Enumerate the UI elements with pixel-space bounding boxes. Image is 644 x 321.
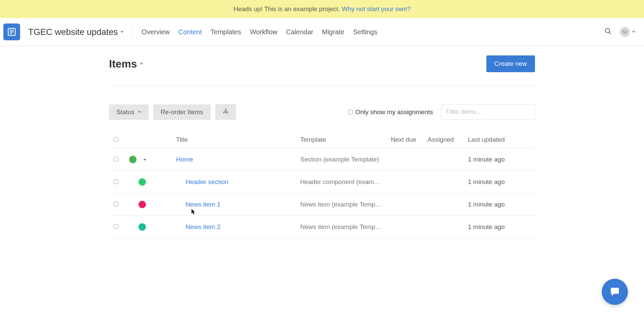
sitemap-icon <box>223 108 229 116</box>
col-next-due: Next due <box>391 136 428 143</box>
chevron-down-icon <box>140 63 143 65</box>
user-menu[interactable]: SJ <box>620 27 635 37</box>
nav-content[interactable]: Content <box>178 28 202 36</box>
row-checkbox[interactable] <box>114 157 118 162</box>
item-template: Header component (exam… <box>300 178 391 186</box>
item-link[interactable]: Header section <box>185 178 228 185</box>
col-template: Template <box>300 136 391 143</box>
item-last-updated: 1 minute ago <box>468 223 535 231</box>
topbar-right: SJ <box>604 27 641 37</box>
svg-point-4 <box>605 29 610 33</box>
items-table: Title Template Next due Assigned Last up… <box>109 131 535 238</box>
search-icon[interactable] <box>604 28 612 36</box>
status-dot <box>129 156 137 163</box>
status-filter-button[interactable]: Status <box>109 104 149 120</box>
table-row: Header section Header component (exam… 1… <box>109 171 535 193</box>
status-dot <box>139 178 146 186</box>
toolbar: Status Re-order Items Only show my assig… <box>109 104 535 120</box>
table-row: News item 1 News item (example Temp… 1 m… <box>109 193 535 216</box>
nav-settings[interactable]: Settings <box>353 28 377 36</box>
topbar: TGEC website updates Overview Content Te… <box>0 18 644 46</box>
select-all-checkbox[interactable] <box>114 137 118 142</box>
item-template: News item (example Temp… <box>300 201 391 208</box>
row-checkbox[interactable] <box>114 179 118 184</box>
row-checkbox[interactable] <box>114 202 118 207</box>
create-new-button[interactable]: Create new <box>486 55 535 72</box>
col-last-updated: Last updated <box>468 136 535 143</box>
table-header: Title Template Next due Assigned Last up… <box>109 131 535 148</box>
banner-link[interactable]: Why not start your own? <box>342 5 411 12</box>
reorder-items-button[interactable]: Re-order Items <box>153 104 211 120</box>
col-title: Title <box>176 136 300 143</box>
svg-rect-7 <box>223 112 224 113</box>
table-row: News item 2 News item (example Temp… 1 m… <box>109 216 535 238</box>
status-dot <box>139 201 146 208</box>
svg-line-5 <box>609 32 611 34</box>
svg-rect-6 <box>225 109 226 110</box>
status-dot <box>139 223 146 231</box>
banner-text: Heads up! This is an example project. <box>233 5 342 12</box>
filter-items-input[interactable] <box>441 104 535 120</box>
nav-templates[interactable]: Templates <box>211 28 241 36</box>
nav-overview[interactable]: Overview <box>142 28 169 36</box>
example-project-banner: Heads up! This is an example project. Wh… <box>0 0 644 18</box>
row-checkbox[interactable] <box>114 224 118 229</box>
page-title-dropdown[interactable]: Items <box>109 58 143 70</box>
item-last-updated: 1 minute ago <box>468 201 535 208</box>
toolbar-right: Only show my assignments <box>348 104 535 120</box>
chevron-down-icon <box>632 31 635 33</box>
chevron-down-icon <box>138 111 141 113</box>
item-last-updated: 1 minute ago <box>468 156 535 163</box>
expand-toggle[interactable] <box>143 157 147 162</box>
nav-migrate[interactable]: Migrate <box>322 28 344 36</box>
item-template: News item (example Temp… <box>300 223 391 231</box>
item-template: Section (example Template) <box>300 156 391 163</box>
nav-calendar[interactable]: Calendar <box>286 28 313 36</box>
only-my-assignments-toggle[interactable]: Only show my assignments <box>348 108 433 116</box>
main-nav: Overview Content Templates Workflow Cale… <box>142 28 377 36</box>
table-row: Home Section (example Template) 1 minute… <box>109 148 535 171</box>
col-assigned: Assigned <box>428 136 468 143</box>
chevron-down-icon <box>120 31 124 33</box>
hierarchy-view-button[interactable] <box>215 104 236 120</box>
item-last-updated: 1 minute ago <box>468 178 535 186</box>
checkbox[interactable] <box>348 110 353 114</box>
page-content: Items Create new Status Re-order Items O… <box>109 46 535 238</box>
svg-rect-8 <box>225 112 226 113</box>
svg-rect-9 <box>227 112 228 113</box>
page-header: Items Create new <box>109 55 535 86</box>
avatar: SJ <box>620 27 630 37</box>
item-link[interactable]: News item 1 <box>185 201 221 208</box>
item-link[interactable]: Home <box>176 156 193 163</box>
app-logo[interactable] <box>3 24 20 40</box>
nav-workflow[interactable]: Workflow <box>250 28 277 36</box>
project-name: TGEC website updates <box>28 27 118 37</box>
item-link[interactable]: News item 2 <box>185 223 221 230</box>
page-title: Items <box>109 58 137 70</box>
project-switcher[interactable]: TGEC website updates <box>28 27 132 37</box>
